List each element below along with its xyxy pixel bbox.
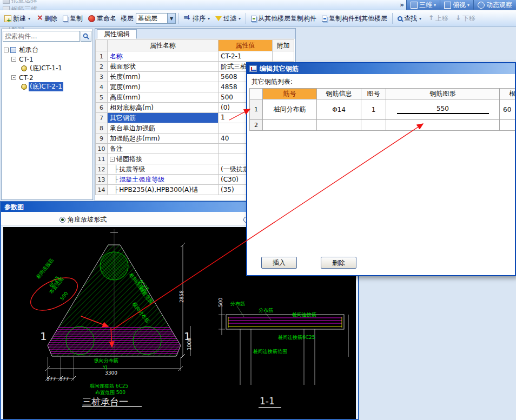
- property-name: 截面形状: [110, 63, 136, 70]
- toolbar-button-copy[interactable]: 复制: [61, 13, 85, 24]
- collapse-icon[interactable]: -: [4, 48, 9, 52]
- shape-length-label: 550: [436, 105, 449, 112]
- property-value: 1: [221, 114, 225, 121]
- tree-item[interactable]: -CT-1: [2, 55, 92, 64]
- property-tab-row: 属性编辑: [95, 29, 295, 38]
- figure-number-cell[interactable]: [361, 120, 386, 131]
- collapse-icon[interactable]: -: [11, 75, 16, 80]
- row-number: 6: [96, 103, 108, 113]
- property-value: 5608: [221, 73, 237, 81]
- tree-item[interactable]: (底)CT-2-1: [2, 82, 92, 91]
- rebar-name-cell[interactable]: [263, 120, 317, 131]
- property-value: 40: [221, 135, 229, 142]
- view-item-top-view[interactable]: 俯视▾: [440, 0, 473, 10]
- rebar-line: [397, 113, 489, 114]
- toolbar-button-filter[interactable]: 过滤▾: [213, 13, 243, 24]
- menubar-item-batch-select: 批量选择: [0, 0, 47, 5]
- row-number: 8: [96, 123, 108, 134]
- view-item-cube[interactable]: 三维▾: [406, 0, 440, 10]
- property-value-cell[interactable]: CT-2-1: [219, 51, 273, 62]
- tree-item[interactable]: (底)CT-1-1: [2, 64, 92, 73]
- rebar-shape-cell[interactable]: 550: [386, 99, 500, 120]
- down-icon: [454, 15, 461, 22]
- tree-connector: ├: [114, 176, 118, 183]
- cad-text: 横向分布筋: [131, 302, 150, 324]
- view-item-label: 动态观察: [486, 1, 512, 10]
- collapse-icon[interactable]: -: [11, 57, 16, 62]
- row-number: 14: [96, 185, 108, 195]
- toolbar-button-label: 重命名: [97, 14, 116, 23]
- find-icon: [398, 16, 402, 21]
- property-name-cell: 名称: [108, 51, 219, 62]
- toolbar-button-label: 上移: [435, 14, 448, 23]
- insert-button[interactable]: 插入: [261, 257, 297, 269]
- floor-label: 楼层: [120, 14, 135, 23]
- row-number: 2: [96, 62, 108, 72]
- pile-cap-group-icon: [10, 47, 16, 53]
- property-name: 加强筋起步(mm): [110, 135, 160, 142]
- component-tree: -桩承台-CT-1(底)CT-1-1-CT-2(底)CT-2-1: [2, 43, 92, 91]
- rebar-info-cell[interactable]: Φ14: [317, 99, 361, 120]
- toolbar-button-find[interactable]: 查找▾: [395, 13, 424, 24]
- rebar-info-cell[interactable]: [317, 120, 361, 131]
- toolbar-button-rename[interactable]: 重命名: [86, 13, 118, 24]
- view-item-orbit[interactable]: 动态观察: [473, 0, 516, 10]
- toolbar-separator: [392, 13, 393, 24]
- search-input[interactable]: [3, 31, 80, 42]
- delete-button[interactable]: 删除: [321, 257, 356, 269]
- property-value-header: 属性值: [219, 40, 273, 51]
- search-button[interactable]: [81, 31, 91, 42]
- rebar-name-cell[interactable]: 桩间分布筋: [263, 99, 317, 120]
- rebar-shape-cell[interactable]: [386, 120, 500, 131]
- chevron-down-icon: ▾: [28, 16, 30, 21]
- row-number: 2: [250, 120, 263, 131]
- tree-root-item[interactable]: -桩承台: [2, 45, 92, 55]
- row-number: 7: [96, 113, 108, 123]
- toolbar-button-label: 复制: [70, 14, 83, 23]
- cad-text: 三桩承台一: [82, 397, 128, 406]
- row-number-header: [96, 40, 108, 51]
- property-name: 宽度(mm): [110, 83, 141, 91]
- property-name-header: 属性名称: [108, 40, 219, 51]
- rebar-row[interactable]: 1桩间分布筋Φ14155060: [250, 99, 516, 120]
- toolbar-button-label: 从其他楼层复制构件: [258, 14, 316, 23]
- tab-property-edit[interactable]: 属性编辑: [97, 29, 137, 39]
- cad-text: 2858: [180, 290, 184, 303]
- radio-label: 角度放坡形式: [68, 215, 107, 224]
- toolbar-button-sort[interactable]: 排序▾: [182, 13, 212, 24]
- dialog-titlebar[interactable]: 编辑其它钢筋: [247, 63, 515, 74]
- row-number: 12: [96, 164, 108, 175]
- floor-combo[interactable]: 基础层▼: [136, 13, 176, 24]
- row-number: 10: [96, 144, 108, 154]
- property-row[interactable]: 1名称CT-2-1: [96, 51, 294, 62]
- menubar-item-label: 批量选择: [11, 0, 37, 5]
- property-value: (C30): [221, 176, 239, 183]
- property-name: 高度(mm): [110, 94, 141, 101]
- toolbar-button-delete-x[interactable]: 删除: [34, 13, 59, 24]
- toolbar-button-copy-to-floor[interactable]: 复制构件到其他楼层: [320, 13, 389, 24]
- collapse-icon[interactable]: -: [110, 157, 115, 162]
- chevron-down-icon: ▾: [419, 16, 421, 21]
- cad-text: 布置范围 500: [95, 390, 125, 395]
- row-number: 11: [96, 154, 108, 164]
- tree-item[interactable]: -CT-2: [2, 73, 92, 82]
- toolbar-button-new[interactable]: 新建▾: [2, 13, 32, 24]
- quantity-cell[interactable]: 60: [500, 99, 516, 120]
- tree-item-label: CT-1: [18, 56, 35, 63]
- rebar-shape-diagram: 550: [386, 105, 499, 114]
- row-number: 5: [96, 92, 108, 103]
- radio-angle-slope-form[interactable]: 角度放坡形式: [59, 215, 107, 224]
- property-name: HPB235(A),HPB300(A)锚: [119, 186, 198, 194]
- property-name-cell: 其它钢筋: [108, 113, 219, 123]
- copy-to-floor-icon: [322, 16, 327, 22]
- quantity-cell[interactable]: [500, 120, 516, 131]
- cad-text: 1: [184, 331, 191, 342]
- toolbar-separator: [178, 13, 179, 24]
- cad-text: 500: [59, 291, 69, 301]
- toolbar-overflow-chevron[interactable]: »: [398, 1, 406, 9]
- rebar-row[interactable]: 2: [250, 120, 516, 131]
- figure-number-cell[interactable]: 1: [361, 99, 386, 120]
- toolbar-button-copy-from-floor[interactable]: 从其他楼层复制构件: [249, 13, 319, 24]
- toolbar-button-label: 过滤: [223, 14, 236, 23]
- property-name-cell: 长度(mm): [108, 72, 219, 82]
